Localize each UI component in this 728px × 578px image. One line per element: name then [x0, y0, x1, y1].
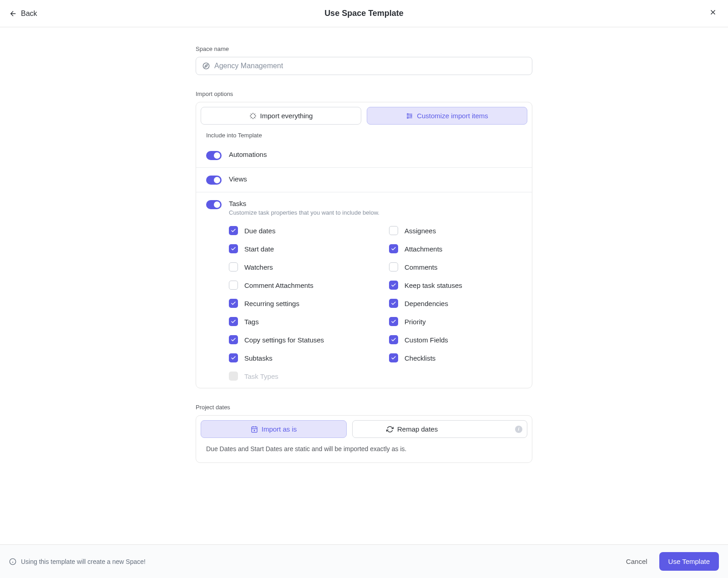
task-property-checkbox[interactable] [389, 244, 398, 253]
space-name-label: Space name [196, 45, 532, 52]
views-toggle[interactable] [206, 176, 222, 185]
calendar-import-icon [251, 426, 258, 433]
back-button[interactable]: Back [9, 10, 37, 18]
task-property-checkbox[interactable] [389, 299, 398, 308]
project-dates-description: Due Dates and Start Dates are static and… [196, 442, 532, 462]
tasks-toggle[interactable] [206, 200, 222, 209]
compass-icon [202, 62, 210, 70]
customize-import-label: Customize import items [417, 112, 488, 120]
task-property-item: Watchers [229, 262, 362, 271]
modal-header: Back Use Space Template [0, 0, 728, 27]
task-property-item: Subtasks [229, 353, 362, 362]
svg-point-5 [407, 113, 409, 115]
space-name-input[interactable] [214, 62, 526, 70]
automations-toggle[interactable] [206, 151, 222, 160]
info-icon[interactable]: i [515, 426, 522, 433]
task-property-item: Keep task statuses [389, 281, 522, 290]
sliders-icon [406, 112, 413, 120]
svg-point-7 [407, 117, 409, 118]
arrow-left-icon [9, 10, 17, 18]
task-property-label: Recurring settings [244, 300, 299, 307]
task-property-label: Task Types [244, 372, 278, 380]
task-property-label: Watchers [244, 263, 273, 271]
views-row: Views [196, 167, 532, 192]
import-as-is-label: Import as is [262, 425, 297, 433]
task-property-item: Priority [389, 317, 522, 326]
task-property-item: Recurring settings [229, 299, 362, 308]
task-property-checkbox[interactable] [229, 353, 238, 362]
task-property-checkbox[interactable] [229, 226, 238, 235]
svg-point-6 [411, 115, 412, 116]
include-into-template-label: Include into Template [196, 129, 532, 143]
tasks-description: Customize task properties that you want … [229, 209, 522, 216]
date-mode-toggle: Import as is Remap dates i [196, 416, 532, 442]
task-property-checkbox[interactable] [389, 262, 398, 271]
import-mode-toggle: Import everything Customize import items [196, 102, 532, 129]
task-properties-grid: Due datesAssigneesStart dateAttachmentsW… [229, 226, 522, 381]
task-property-label: Comments [404, 263, 438, 271]
task-property-checkbox[interactable] [389, 317, 398, 326]
task-property-label: Comment Attachments [244, 281, 313, 289]
task-property-label: Custom Fields [404, 336, 448, 344]
sparkle-icon [249, 112, 257, 120]
task-property-checkbox[interactable] [229, 281, 238, 290]
import-everything-label: Import everything [260, 112, 313, 120]
import-everything-button[interactable]: Import everything [201, 107, 361, 125]
task-property-checkbox[interactable] [229, 244, 238, 253]
svg-point-0 [203, 63, 209, 69]
task-property-item: Due dates [229, 226, 362, 235]
task-property-item: Custom Fields [389, 335, 522, 344]
task-property-item: Dependencies [389, 299, 522, 308]
svg-marker-1 [205, 65, 207, 67]
task-property-checkbox[interactable] [229, 262, 238, 271]
task-property-item: Start date [229, 244, 362, 253]
views-label: Views [229, 175, 522, 183]
main-content: Space name Import options Import everyth… [196, 27, 532, 508]
task-property-item: Assignees [389, 226, 522, 235]
task-property-label: Start date [244, 245, 274, 253]
remap-dates-button[interactable]: Remap dates i [352, 420, 527, 438]
task-property-checkbox[interactable] [229, 299, 238, 308]
task-property-checkbox[interactable] [229, 317, 238, 326]
task-property-checkbox[interactable] [389, 335, 398, 344]
back-label: Back [21, 10, 37, 18]
task-property-item: Checklists [389, 353, 522, 362]
task-property-label: Tags [244, 318, 259, 326]
import-options-label: Import options [196, 90, 532, 97]
task-property-item: Attachments [389, 244, 522, 253]
task-property-item: Copy settings for Statuses [229, 335, 362, 344]
task-property-label: Keep task statuses [404, 281, 462, 289]
refresh-icon [386, 426, 394, 433]
task-property-item: Task Types [229, 372, 362, 381]
task-property-label: Priority [404, 318, 426, 326]
task-property-item: Comments [389, 262, 522, 271]
customize-import-button[interactable]: Customize import items [367, 107, 527, 125]
space-name-input-wrapper[interactable] [196, 57, 532, 75]
task-property-label: Dependencies [404, 300, 448, 307]
task-property-item: Tags [229, 317, 362, 326]
task-property-label: Attachments [404, 245, 442, 253]
task-property-checkbox[interactable] [389, 281, 398, 290]
automations-row: Automations [196, 143, 532, 167]
task-property-checkbox[interactable] [389, 353, 398, 362]
task-property-label: Assignees [404, 227, 436, 235]
remap-dates-label: Remap dates [397, 425, 438, 433]
task-property-label: Checklists [404, 354, 435, 362]
tasks-label: Tasks [229, 200, 522, 207]
task-property-checkbox[interactable] [229, 335, 238, 344]
task-property-label: Copy settings for Statuses [244, 336, 324, 344]
import-as-is-button[interactable]: Import as is [201, 420, 347, 438]
task-property-item: Comment Attachments [229, 281, 362, 290]
task-property-label: Due dates [244, 227, 275, 235]
task-property-checkbox [229, 372, 238, 381]
automations-label: Automations [229, 151, 522, 158]
tasks-row: Tasks Customize task properties that you… [196, 192, 532, 388]
close-icon [709, 8, 717, 16]
import-options-box: Import everything Customize import items… [196, 102, 532, 388]
project-dates-label: Project dates [196, 404, 532, 411]
project-dates-box: Import as is Remap dates i Due Dates and… [196, 415, 532, 463]
close-button[interactable] [707, 6, 719, 20]
page-title: Use Space Template [324, 9, 404, 18]
task-property-checkbox[interactable] [389, 226, 398, 235]
task-property-label: Subtasks [244, 354, 273, 362]
